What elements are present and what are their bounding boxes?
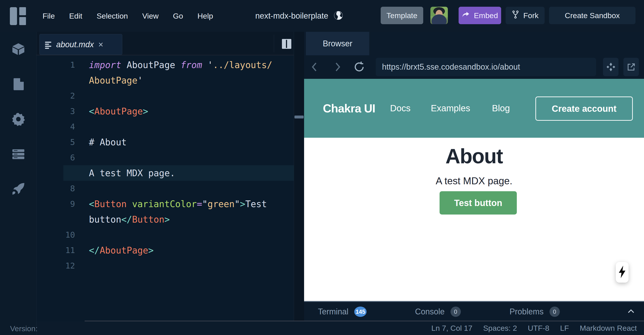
- browser-tab-label: Browser: [323, 39, 352, 48]
- page-subtitle: A test MDX page.: [304, 175, 644, 186]
- code-text[interactable]: <Button variantColor="green">Test: [75, 196, 294, 212]
- code-lines[interactable]: 1import AboutPage from '../layouts/About…: [36, 55, 294, 274]
- embed-button[interactable]: Embed: [458, 7, 501, 24]
- browser-toolbar: [304, 55, 644, 79]
- code-line[interactable]: 11</AboutPage>: [36, 242, 294, 258]
- cube-icon[interactable]: [11, 42, 26, 56]
- code-text[interactable]: AboutPage': [75, 72, 294, 88]
- gear-icon[interactable]: [11, 112, 26, 126]
- menu-go[interactable]: Go: [173, 12, 183, 20]
- code-line[interactable]: 8: [36, 181, 294, 196]
- file-icon[interactable]: [11, 77, 26, 91]
- code-line[interactable]: 12: [36, 258, 294, 274]
- embed-label: Embed: [474, 11, 498, 20]
- menu-edit[interactable]: Edit: [69, 12, 82, 20]
- terminal-count-badge: 145: [354, 306, 366, 317]
- code-text[interactable]: [75, 119, 294, 134]
- refresh-icon[interactable]: [352, 60, 366, 74]
- code-line[interactable]: 1import AboutPage from '../layouts/: [36, 57, 294, 72]
- status-encoding[interactable]: UTF-8: [528, 324, 549, 332]
- create-account-button[interactable]: Create account: [536, 96, 633, 121]
- avatar[interactable]: [430, 7, 448, 24]
- status-eol[interactable]: LF: [560, 324, 569, 332]
- code-line[interactable]: 10: [36, 227, 294, 242]
- status-cursor-position[interactable]: Ln 7, Col 17: [431, 324, 472, 332]
- code-text[interactable]: button</Button>: [75, 212, 294, 227]
- code-text[interactable]: <AboutPage>: [75, 104, 294, 119]
- resize-handle[interactable]: [294, 116, 304, 118]
- code-text[interactable]: import AboutPage from '../layouts/: [75, 57, 294, 72]
- test-button[interactable]: Test button: [440, 191, 517, 214]
- status-bar: Ln 7, Col 17 Spaces: 2 UTF-8 LF Markdown…: [85, 321, 644, 335]
- code-line[interactable]: 5# About: [36, 134, 294, 150]
- code-line[interactable]: 3<AboutPage>: [36, 104, 294, 119]
- split-view-icon[interactable]: [282, 39, 291, 49]
- code-text[interactable]: # About: [75, 134, 294, 150]
- create-sandbox-label: Create Sandbox: [565, 11, 620, 20]
- line-number: 6: [36, 153, 75, 162]
- menu-view[interactable]: View: [142, 12, 158, 20]
- server-icon[interactable]: [11, 147, 26, 161]
- code-line[interactable]: 9<Button variantColor="green">Test: [36, 196, 294, 212]
- code-text[interactable]: [75, 88, 294, 104]
- code-line[interactable]: 7A test MDX page.: [36, 165, 294, 181]
- chevron-up-icon[interactable]: [627, 308, 635, 316]
- fork-button[interactable]: Fork: [506, 7, 544, 24]
- code-text[interactable]: </AboutPage>: [75, 242, 294, 258]
- browser-content: About A test MDX page. Test button: [304, 138, 644, 302]
- code-line[interactable]: button</Button>: [36, 212, 294, 227]
- code-text[interactable]: [75, 181, 294, 196]
- line-number: 1: [36, 60, 75, 70]
- open-external-icon[interactable]: [624, 58, 639, 76]
- rocket-icon[interactable]: [11, 182, 26, 196]
- lightning-icon: [618, 266, 626, 279]
- problems-label: Problems: [510, 307, 544, 316]
- markdown-file-icon: [45, 41, 52, 48]
- nav-examples[interactable]: Examples: [431, 79, 470, 138]
- editor-tab-bar: about.mdx × •••: [36, 32, 294, 55]
- status-language[interactable]: Markdown React: [580, 324, 637, 332]
- template-button[interactable]: Template: [381, 7, 423, 24]
- code-line[interactable]: AboutPage': [36, 72, 294, 88]
- code-text[interactable]: [75, 227, 294, 242]
- url-input[interactable]: [376, 58, 596, 76]
- code-text[interactable]: [75, 150, 294, 165]
- nav-docs[interactable]: Docs: [390, 79, 410, 138]
- console-count-badge: 0: [450, 306, 461, 317]
- lightning-fab[interactable]: [616, 262, 628, 282]
- back-icon[interactable]: [308, 60, 322, 74]
- tab-browser[interactable]: Browser: [306, 32, 369, 55]
- template-label: Template: [386, 11, 418, 20]
- code-text[interactable]: [75, 258, 294, 274]
- close-icon[interactable]: ×: [98, 40, 103, 49]
- status-indentation[interactable]: Spaces: 2: [483, 324, 517, 332]
- pane-resize-gutter[interactable]: [294, 32, 304, 321]
- forward-icon[interactable]: [330, 60, 344, 74]
- menu-help[interactable]: Help: [198, 12, 213, 20]
- project-title[interactable]: next-mdx-boilerplate: [255, 11, 328, 20]
- codesandbox-logo-icon[interactable]: [10, 7, 27, 26]
- fork-label: Fork: [523, 11, 538, 20]
- code-text[interactable]: A test MDX page.: [75, 165, 294, 181]
- project-title-group: next-mdx-boilerplate: [255, 0, 343, 32]
- console-label: Console: [415, 307, 444, 316]
- problems-count-badge: 0: [550, 306, 560, 317]
- responsive-icon[interactable]: [603, 58, 618, 76]
- browser-pane: Browser: [304, 32, 644, 335]
- bottom-panel-bar: Terminal 145 Console 0 Problems 0: [304, 303, 644, 321]
- panel-tab-problems[interactable]: Problems 0: [510, 306, 560, 317]
- menu-selection[interactable]: Selection: [96, 12, 128, 20]
- codesandbox-window: File Edit Selection View Go Help next-md…: [0, 0, 644, 335]
- menu-file[interactable]: File: [42, 12, 55, 20]
- code-line[interactable]: 4: [36, 119, 294, 134]
- panel-tab-terminal[interactable]: Terminal 145: [318, 306, 366, 317]
- tab-about-mdx[interactable]: about.mdx ×: [40, 34, 122, 55]
- chakra-logo[interactable]: Chakra UI: [323, 79, 375, 138]
- line-number: 2: [36, 91, 75, 100]
- line-number: 9: [36, 199, 75, 208]
- create-sandbox-button[interactable]: Create Sandbox: [549, 7, 636, 24]
- code-line[interactable]: 6: [36, 150, 294, 165]
- nav-blog[interactable]: Blog: [492, 79, 510, 138]
- code-line[interactable]: 2: [36, 88, 294, 104]
- panel-tab-console[interactable]: Console 0: [415, 306, 460, 317]
